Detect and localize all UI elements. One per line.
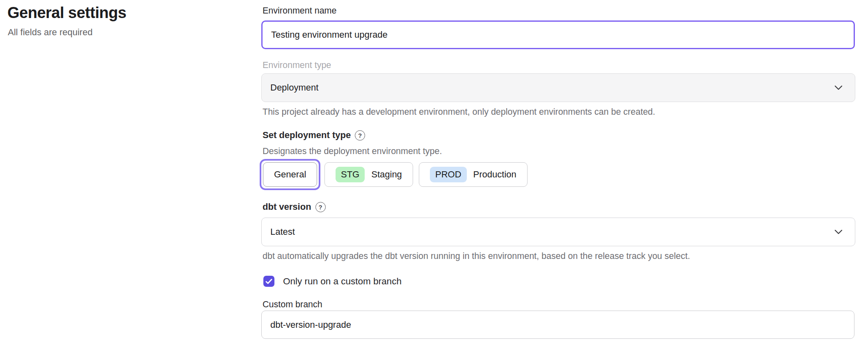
- chevron-down-icon: [834, 85, 843, 91]
- production-label: Production: [473, 169, 516, 180]
- custom-branch-checkbox-label[interactable]: Only run on a custom branch: [283, 276, 402, 287]
- page-title: General settings: [7, 4, 126, 22]
- check-icon: [265, 279, 272, 284]
- dbt-version-helper: dbt automatically upgrades the dbt versi…: [263, 251, 690, 261]
- dbt-version-select[interactable]: Latest: [261, 218, 855, 246]
- production-badge: PROD: [430, 167, 467, 182]
- environment-name-label: Environment name: [263, 6, 336, 16]
- custom-branch-label: Custom branch: [263, 300, 322, 310]
- help-icon[interactable]: ?: [315, 202, 326, 212]
- staging-badge: STG: [336, 167, 365, 182]
- deployment-type-label: Set deployment type ?: [263, 130, 365, 141]
- chevron-down-icon: [834, 229, 843, 235]
- deployment-type-option-general-ring: General: [260, 159, 320, 190]
- environment-type-value: Deployment: [270, 82, 318, 93]
- staging-label: Staging: [371, 169, 402, 180]
- custom-branch-checkbox[interactable]: [263, 276, 274, 287]
- environment-name-input[interactable]: [261, 20, 855, 49]
- deployment-type-option-production[interactable]: PROD Production: [419, 162, 528, 187]
- deployment-type-label-text: Set deployment type: [263, 130, 351, 141]
- deployment-type-option-general[interactable]: General: [263, 162, 317, 187]
- dbt-version-label-text: dbt version: [263, 202, 311, 212]
- page-subtitle: All fields are required: [8, 27, 93, 38]
- deployment-type-option-staging[interactable]: STG Staging: [324, 162, 413, 187]
- deployment-type-helper: Designates the deployment environment ty…: [263, 146, 442, 157]
- environment-type-select: Deployment: [261, 73, 855, 102]
- help-icon[interactable]: ?: [355, 130, 365, 141]
- custom-branch-input[interactable]: [261, 311, 854, 339]
- environment-type-label: Environment type: [263, 60, 331, 70]
- dbt-version-value: Latest: [270, 227, 295, 237]
- environment-type-helper: This project already has a development e…: [263, 107, 655, 117]
- dbt-version-label: dbt version ?: [263, 202, 326, 212]
- environment-settings-page: General settings All fields are required…: [0, 0, 868, 354]
